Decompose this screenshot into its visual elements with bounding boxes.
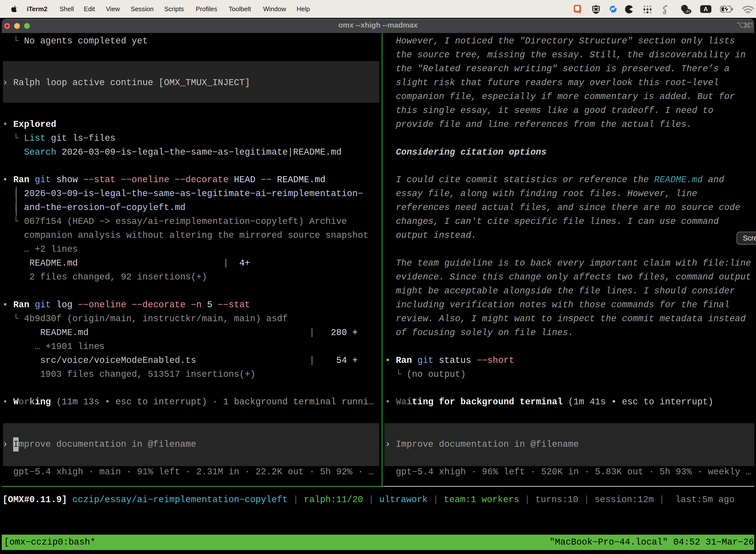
svg-text:A: A: [704, 6, 708, 12]
svg-text:..61: ..61: [684, 9, 690, 13]
